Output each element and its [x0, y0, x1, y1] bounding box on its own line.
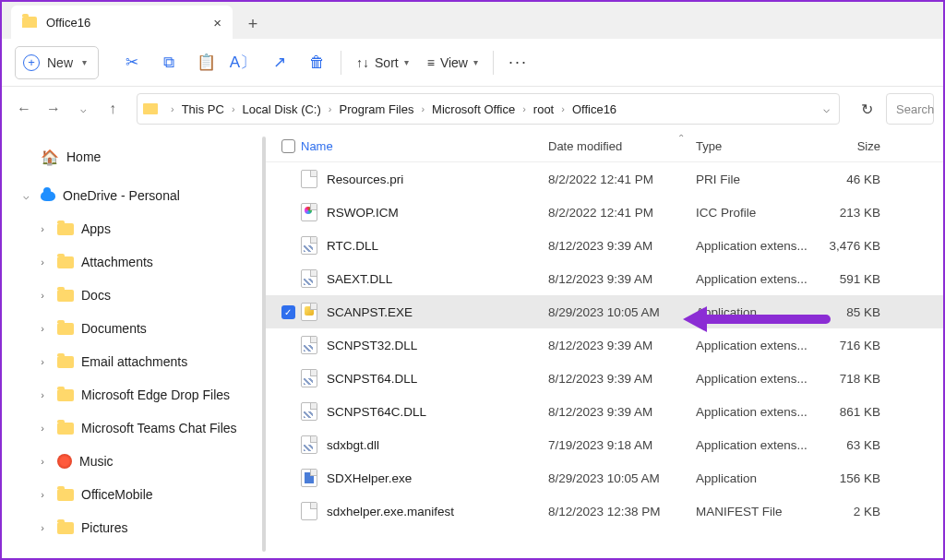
- column-name[interactable]: Name: [301, 139, 548, 153]
- file-row[interactable]: SCNPST64.DLL8/12/2023 9:39 AMApplication…: [266, 362, 943, 395]
- file-icon: [301, 469, 317, 487]
- folder-icon: [57, 489, 74, 501]
- sidebar-home[interactable]: 🏠 Home: [15, 140, 266, 173]
- column-date[interactable]: Date modified: [548, 139, 696, 153]
- crumb-local-disk[interactable]: Local Disk (C:): [241, 102, 323, 116]
- file-row[interactable]: RSWOP.ICM8/2/2022 12:41 PMICC Profile213…: [266, 196, 943, 229]
- up-button[interactable]: ↑: [100, 96, 126, 122]
- file-row[interactable]: ✓SCANPST.EXE8/29/2023 10:05 AMApplicatio…: [266, 295, 943, 328]
- checkbox-checked-icon[interactable]: ✓: [281, 305, 295, 319]
- file-icon: [301, 369, 317, 387]
- column-size[interactable]: Size: [819, 139, 897, 153]
- copy-button[interactable]: ⧉: [152, 46, 185, 79]
- folder-icon: [57, 423, 74, 435]
- main-area: 🏠 Home ⌵ OneDrive - Personal ›Apps›Attac…: [2, 131, 943, 560]
- crumb-root[interactable]: root: [532, 102, 556, 116]
- file-name: SDXHelper.exe: [327, 471, 412, 485]
- file-type: Application: [696, 471, 819, 485]
- new-tab-button[interactable]: +: [238, 9, 268, 39]
- chevron-right-icon[interactable]: ›: [35, 423, 50, 434]
- search-placeholder: Search: [896, 102, 934, 116]
- chevron-right-icon: ›: [556, 103, 570, 114]
- sidebar-item[interactable]: ›Microsoft Edge Drop Files: [15, 378, 266, 411]
- sidebar-item-label: Email attachments: [81, 354, 187, 369]
- delete-button[interactable]: 🗑: [300, 46, 333, 79]
- sidebar-item[interactable]: ›Microsoft Teams Chat Files: [15, 411, 266, 445]
- sidebar-item-label: OfficeMobile: [81, 487, 153, 502]
- file-type: PRI File: [696, 173, 819, 186]
- file-row[interactable]: RTC.DLL8/12/2023 9:39 AMApplication exte…: [266, 229, 943, 262]
- sidebar-item[interactable]: ›Attachments: [15, 245, 266, 279]
- sidebar-item[interactable]: ›Docs: [15, 279, 266, 312]
- file-type: ICC Profile: [696, 206, 819, 220]
- back-button[interactable]: ←: [11, 96, 37, 122]
- sidebar: 🏠 Home ⌵ OneDrive - Personal ›Apps›Attac…: [2, 131, 266, 560]
- sidebar-item-label: Pictures: [81, 520, 128, 535]
- crumb-this-pc[interactable]: This PC: [180, 102, 226, 116]
- nav-bar: ← → ⌵ ↑ › This PC › Local Disk (C:) › Pr…: [2, 87, 943, 131]
- file-name: sdxbgt.dll: [327, 438, 379, 452]
- sidebar-item[interactable]: ›Music: [15, 445, 266, 478]
- chevron-down-icon: ▾: [404, 57, 409, 67]
- close-icon[interactable]: ×: [213, 15, 221, 30]
- music-icon: [57, 454, 72, 469]
- crumb-office16[interactable]: Office16: [570, 102, 618, 116]
- sidebar-onedrive[interactable]: ⌵ OneDrive - Personal: [15, 179, 266, 212]
- breadcrumb[interactable]: › This PC › Local Disk (C:) › Program Fi…: [137, 93, 840, 125]
- chevron-right-icon[interactable]: ›: [35, 456, 50, 467]
- file-name-cell: Resources.pri: [301, 170, 548, 188]
- file-row[interactable]: Resources.pri8/2/2022 12:41 PMPRI File46…: [266, 162, 943, 196]
- file-date: 8/12/2023 9:39 AM: [548, 272, 696, 286]
- chevron-down-icon[interactable]: ⌵: [823, 102, 833, 115]
- file-size: 3,476 KB: [819, 239, 897, 253]
- crumb-office[interactable]: Microsoft Office: [430, 102, 517, 116]
- paste-button[interactable]: 📋: [189, 46, 222, 79]
- file-row[interactable]: SCNPST32.DLL8/12/2023 9:39 AMApplication…: [266, 328, 943, 362]
- chevron-right-icon[interactable]: ›: [35, 223, 50, 234]
- chevron-right-icon[interactable]: ›: [35, 389, 50, 400]
- chevron-right-icon[interactable]: ›: [35, 290, 50, 301]
- file-row[interactable]: SAEXT.DLL8/12/2023 9:39 AMApplication ex…: [266, 262, 943, 295]
- file-row[interactable]: SCNPST64C.DLL8/12/2023 9:39 AMApplicatio…: [266, 395, 943, 428]
- chevron-right-icon[interactable]: ›: [35, 522, 50, 533]
- recent-button[interactable]: ⌵: [70, 96, 96, 122]
- crumb-program-files[interactable]: Program Files: [338, 102, 416, 116]
- chevron-down-icon: ▾: [473, 57, 478, 67]
- file-row[interactable]: sdxbgt.dll7/19/2023 9:18 AMApplication e…: [266, 428, 943, 461]
- sidebar-item[interactable]: ›Apps: [15, 212, 266, 245]
- share-button[interactable]: ↗: [263, 46, 296, 79]
- file-size: 591 KB: [819, 272, 897, 286]
- new-button[interactable]: + New ▾: [15, 46, 99, 79]
- file-name-cell: SCNPST32.DLL: [301, 336, 548, 354]
- sidebar-item[interactable]: ›Email attachments: [15, 345, 266, 378]
- more-button[interactable]: ···: [501, 46, 535, 79]
- home-label: Home: [66, 149, 101, 164]
- chevron-right-icon[interactable]: ›: [35, 489, 50, 500]
- sidebar-item[interactable]: ›Documents: [15, 312, 266, 345]
- row-checkbox[interactable]: ✓: [275, 305, 301, 319]
- chevron-right-icon: ›: [226, 103, 241, 114]
- file-date: 8/12/2023 9:39 AM: [548, 405, 696, 419]
- search-input[interactable]: Search: [886, 93, 934, 125]
- chevron-right-icon[interactable]: ›: [35, 323, 50, 334]
- column-type[interactable]: Type: [696, 139, 819, 153]
- sidebar-item[interactable]: ›Pictures: [15, 511, 266, 544]
- view-button[interactable]: ≡ View ▾: [420, 46, 485, 79]
- cut-button[interactable]: ✂: [115, 46, 149, 79]
- chevron-right-icon[interactable]: ›: [35, 256, 50, 268]
- rename-button[interactable]: A〕: [226, 46, 259, 79]
- tab-office16[interactable]: Office16 ×: [11, 6, 233, 39]
- file-row[interactable]: SDXHelper.exe8/29/2023 10:05 AMApplicati…: [266, 461, 943, 494]
- file-size: 716 KB: [819, 339, 897, 352]
- sort-button[interactable]: ↑↓ Sort ▾: [349, 46, 416, 79]
- sidebar-item[interactable]: ›OfficeMobile: [15, 478, 266, 511]
- file-row[interactable]: sdxhelper.exe.manifest8/12/2023 12:38 PM…: [266, 494, 943, 528]
- file-icon: [301, 303, 317, 321]
- file-name-cell: sdxbgt.dll: [301, 435, 548, 454]
- folder-icon: [57, 389, 74, 401]
- refresh-button[interactable]: ↻: [851, 93, 882, 125]
- chevron-down-icon[interactable]: ⌵: [18, 190, 33, 202]
- select-all-checkbox[interactable]: [275, 139, 301, 153]
- forward-button[interactable]: →: [41, 96, 66, 122]
- chevron-right-icon[interactable]: ›: [35, 356, 50, 367]
